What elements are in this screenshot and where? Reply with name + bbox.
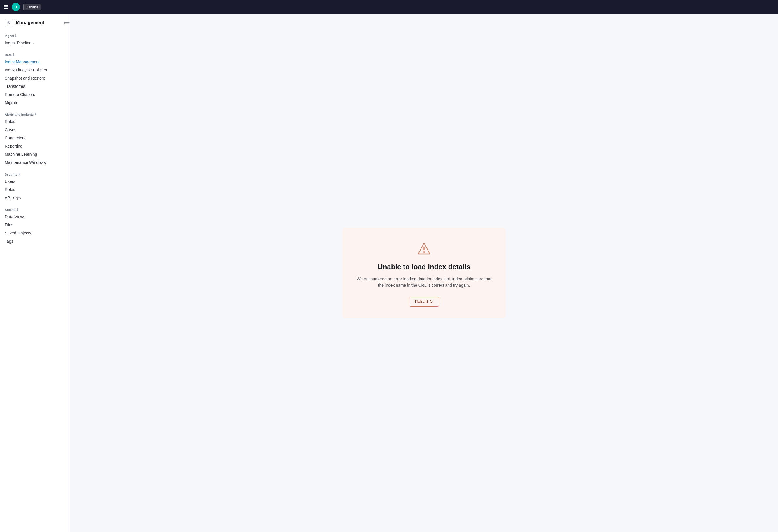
layout: ⚙ Management ⟸ IngestℹIngest PipelinesDa… <box>0 14 778 532</box>
sidebar-item-files[interactable]: Files <box>0 221 70 229</box>
sidebar-item-ingest-pipelines[interactable]: Ingest Pipelines <box>0 39 70 47</box>
info-icon: ℹ <box>35 112 36 116</box>
sidebar-section-0: IngestℹIngest Pipelines <box>0 30 70 47</box>
section-label-1: Dataℹ <box>0 49 70 58</box>
sidebar-section-4: KibanaℹData ViewsFilesSaved ObjectsTags <box>0 204 70 245</box>
collapse-sidebar-button[interactable]: ⟸ <box>64 19 70 27</box>
sidebar-item-snapshot-and-restore[interactable]: Snapshot and Restore <box>0 74 70 82</box>
section-label-2: Alerts and Insightsℹ <box>0 109 70 117</box>
avatar: D <box>12 3 20 11</box>
sidebar-item-api-keys[interactable]: API keys <box>0 194 70 202</box>
info-icon: ℹ <box>13 53 14 57</box>
error-icon <box>356 242 492 257</box>
info-icon: ℹ <box>17 208 18 211</box>
sidebar-item-roles[interactable]: Roles <box>0 185 70 194</box>
sidebar: ⚙ Management ⟸ IngestℹIngest PipelinesDa… <box>0 14 70 532</box>
sidebar-item-cases[interactable]: Cases <box>0 126 70 134</box>
section-label-4: Kibanaℹ <box>0 204 70 212</box>
sidebar-section-3: SecurityℹUsersRolesAPI keys <box>0 169 70 202</box>
sidebar-item-index-management[interactable]: Index Management <box>0 58 70 66</box>
sidebar-item-tags[interactable]: Tags <box>0 237 70 245</box>
hamburger-icon[interactable]: ☰ <box>3 4 8 10</box>
svg-point-0 <box>423 251 424 253</box>
reload-button[interactable]: Reload ↻ <box>409 297 439 306</box>
sidebar-header: ⚙ Management <box>0 14 70 30</box>
sidebar-item-connectors[interactable]: Connectors <box>0 134 70 142</box>
sidebar-item-data-views[interactable]: Data Views <box>0 212 70 221</box>
sidebar-section-1: DataℹIndex ManagementIndex Lifecycle Pol… <box>0 49 70 107</box>
sidebar-item-machine-learning[interactable]: Machine Learning <box>0 150 70 158</box>
error-title: Unable to load index details <box>356 263 492 271</box>
sidebar-title: Management <box>16 20 45 25</box>
sidebar-item-maintenance-windows[interactable]: Maintenance Windows <box>0 158 70 167</box>
sidebar-section-2: Alerts and InsightsℹRulesCasesConnectors… <box>0 109 70 167</box>
top-nav: ☰ D Kibana <box>0 0 778 14</box>
sidebar-item-reporting[interactable]: Reporting <box>0 142 70 150</box>
reload-icon: ↻ <box>430 299 433 304</box>
error-description: We encountered an error loading data for… <box>356 276 492 289</box>
sidebar-item-remote-clusters[interactable]: Remote Clusters <box>0 90 70 99</box>
info-icon: ℹ <box>18 172 19 176</box>
section-label-0: Ingestℹ <box>0 30 70 39</box>
sidebar-item-migrate[interactable]: Migrate <box>0 99 70 107</box>
error-card: Unable to load index details We encounte… <box>342 228 506 319</box>
reload-label: Reload <box>415 299 428 304</box>
sidebar-item-rules[interactable]: Rules <box>0 117 70 126</box>
main-content: Unable to load index details We encounte… <box>70 14 778 532</box>
section-label-3: Securityℹ <box>0 169 70 177</box>
sidebar-item-saved-objects[interactable]: Saved Objects <box>0 229 70 237</box>
sidebar-item-users[interactable]: Users <box>0 177 70 185</box>
sidebar-item-index-lifecycle-policies[interactable]: Index Lifecycle Policies <box>0 66 70 74</box>
gear-icon: ⚙ <box>5 19 13 27</box>
kibana-badge[interactable]: Kibana <box>23 4 42 10</box>
sidebar-item-transforms[interactable]: Transforms <box>0 82 70 90</box>
sidebar-sections: IngestℹIngest PipelinesDataℹIndex Manage… <box>0 30 70 245</box>
info-icon: ℹ <box>15 34 16 37</box>
